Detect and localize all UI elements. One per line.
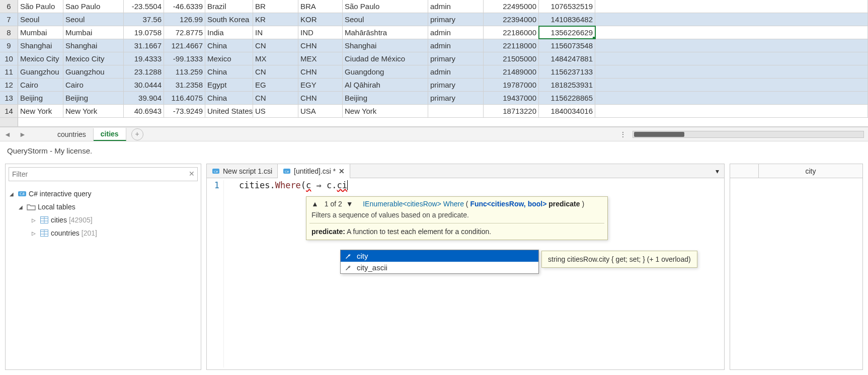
grid-cell[interactable]: 1156237133 — [539, 65, 595, 78]
grid-cell[interactable]: China — [205, 39, 253, 52]
grid-cell[interactable]: 22118000 — [484, 39, 539, 52]
grid-cell[interactable]: -99.1333 — [164, 52, 205, 65]
row-number[interactable]: 9 — [0, 39, 18, 52]
grid-cell-empty[interactable] — [595, 52, 868, 65]
grid-cell[interactable]: admin — [428, 65, 484, 78]
grid-cell[interactable]: Seoul — [343, 13, 428, 26]
grid-cell[interactable]: IN — [253, 26, 298, 39]
grid-cell-empty[interactable] — [595, 79, 868, 91]
grid-cell[interactable]: Seoul — [18, 13, 63, 26]
grid-row[interactable]: 12CairoCairo30.044431.2358EgyptEGEGYAl Q… — [0, 79, 868, 92]
grid-cell[interactable]: 19437000 — [484, 92, 539, 104]
grid-cell[interactable] — [428, 105, 484, 117]
grid-cell[interactable]: 31.2358 — [164, 79, 205, 91]
row-number[interactable]: 10 — [0, 52, 18, 65]
grid-cell[interactable]: USA — [298, 105, 343, 117]
grid-cell[interactable]: 1840034016 — [539, 105, 595, 117]
grid-cell[interactable]: 116.4075 — [164, 92, 205, 104]
grid-cell[interactable]: CHN — [298, 65, 343, 78]
row-number[interactable]: 14 — [0, 105, 18, 117]
grid-cell[interactable]: 21489000 — [484, 65, 539, 78]
grid-cell[interactable]: -23.5504 — [124, 0, 164, 13]
grid-cell[interactable]: 1818253931 — [539, 79, 595, 91]
row-number[interactable]: 8 — [0, 26, 18, 39]
horizontal-scrollbar[interactable] — [633, 131, 864, 138]
grid-cell[interactable]: 72.8775 — [164, 26, 205, 39]
grid-cell[interactable]: Mexico City — [63, 52, 124, 65]
grid-cell[interactable]: Mumbai — [63, 26, 124, 39]
clear-filter-icon[interactable]: ✕ — [189, 170, 195, 178]
grid-cell[interactable]: 1156073548 — [539, 39, 595, 52]
grid-cell[interactable]: United States — [205, 105, 253, 117]
grid-cell[interactable]: -73.9249 — [164, 105, 205, 117]
grid-cell[interactable]: CHN — [298, 92, 343, 104]
grid-row[interactable]: 14New YorkNew York40.6943-73.9249United … — [0, 105, 868, 118]
tab-nav-prev[interactable]: ◄ — [0, 130, 15, 138]
grid-cell[interactable]: Mumbai — [18, 26, 63, 39]
grid-cell[interactable]: 22495000 — [484, 0, 539, 13]
row-number[interactable]: 13 — [0, 92, 18, 104]
grid-cell[interactable]: 1356226629 — [539, 26, 595, 39]
grid-cell-empty[interactable] — [595, 39, 868, 52]
editor-tab-script1[interactable]: C# New script 1.csi — [207, 164, 278, 178]
grid-cell[interactable]: Guangzhou — [63, 65, 124, 78]
grid-cell[interactable]: Cairo — [18, 79, 63, 91]
tree-filter-input[interactable] — [9, 167, 198, 181]
grid-cell[interactable]: 23.1288 — [124, 65, 164, 78]
grid-cell[interactable]: BR — [253, 0, 298, 13]
grid-cell[interactable]: 18713220 — [484, 105, 539, 117]
grid-cell[interactable]: KR — [253, 13, 298, 26]
grid-cell[interactable]: India — [205, 26, 253, 39]
grid-cell[interactable]: 121.4667 — [164, 39, 205, 52]
grid-cell[interactable]: MEX — [298, 52, 343, 65]
grid-cell[interactable]: Shanghai — [63, 39, 124, 52]
grid-cell[interactable]: KOR — [298, 13, 343, 26]
grid-cell[interactable]: China — [205, 92, 253, 104]
row-number[interactable]: 7 — [0, 13, 18, 26]
tab-nav-next[interactable]: ► — [15, 130, 30, 138]
grid-cell[interactable]: Guangzhou — [18, 65, 63, 78]
tree-table-cities[interactable]: ▷ cities [42905] — [10, 213, 197, 227]
grid-cell[interactable]: China — [205, 65, 253, 78]
grid-cell[interactable]: 30.0444 — [124, 79, 164, 91]
grid-cell[interactable]: Mexico City — [18, 52, 63, 65]
grid-row[interactable]: 7SeoulSeoul37.56126.99South KoreaKRKORSe… — [0, 13, 868, 26]
grid-cell[interactable]: 1484247881 — [539, 52, 595, 65]
grid-cell[interactable]: 1156228865 — [539, 92, 595, 104]
grid-cell[interactable]: 21505000 — [484, 52, 539, 65]
grid-cell[interactable]: MX — [253, 52, 298, 65]
grid-cell[interactable]: Seoul — [63, 13, 124, 26]
autocomplete-item-city[interactable]: city — [341, 250, 538, 262]
grid-cell[interactable]: primary — [428, 52, 484, 65]
grid-cell[interactable]: New York — [343, 105, 428, 117]
spreadsheet-grid[interactable]: 6São PauloSao Paulo-23.5504-46.6339Brazi… — [0, 0, 868, 127]
grid-cell[interactable]: 37.56 — [124, 13, 164, 26]
grid-cell[interactable]: CHN — [298, 39, 343, 52]
grid-cell[interactable]: primary — [428, 79, 484, 91]
grid-cell[interactable]: admin — [428, 39, 484, 52]
close-tab-icon[interactable]: ✕ — [339, 167, 345, 175]
sheet-tab-countries[interactable]: countries — [50, 128, 94, 140]
grid-cell[interactable]: 39.904 — [124, 92, 164, 104]
grid-cell[interactable]: 1410836482 — [539, 13, 595, 26]
grid-cell[interactable]: São Paulo — [18, 0, 63, 13]
grid-cell[interactable]: Mexico — [205, 52, 253, 65]
grid-row[interactable]: 6São PauloSao Paulo-23.5504-46.6339Brazi… — [0, 0, 868, 13]
grid-cell[interactable]: US — [253, 105, 298, 117]
grid-cell[interactable]: IND — [298, 26, 343, 39]
grid-cell-empty[interactable] — [595, 105, 868, 117]
grid-cell[interactable]: Brazil — [205, 0, 253, 13]
grid-row-partial[interactable] — [0, 118, 868, 127]
grid-cell[interactable]: BRA — [298, 0, 343, 13]
grid-cell[interactable]: admin — [428, 26, 484, 39]
grid-cell[interactable]: admin — [428, 0, 484, 13]
grid-cell[interactable]: Beijing — [18, 92, 63, 104]
grid-cell[interactable]: Shanghai — [343, 39, 428, 52]
results-column-header[interactable]: city — [758, 164, 862, 178]
grid-row[interactable]: 9ShanghaiShanghai31.1667121.4667ChinaCNC… — [0, 39, 868, 52]
grid-cell-empty[interactable] — [595, 92, 868, 104]
grid-row[interactable]: 11GuangzhouGuangzhou23.1288113.259ChinaC… — [0, 65, 868, 79]
grid-cell[interactable]: EGY — [298, 79, 343, 91]
grid-cell[interactable]: Beijing — [343, 92, 428, 104]
grid-cell[interactable]: Egypt — [205, 79, 253, 91]
